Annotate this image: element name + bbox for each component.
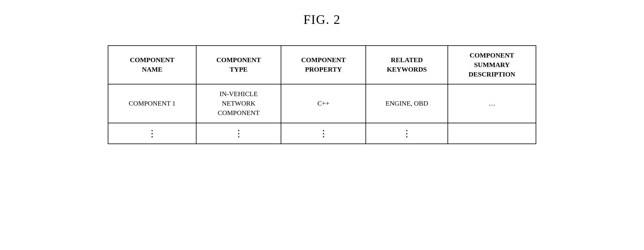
table-row-dots: ⋮ ⋮ ⋮ ⋮ — [108, 123, 536, 144]
cell-component-summary-dots — [448, 123, 536, 144]
cell-related-keywords-dots: ⋮ — [366, 123, 448, 144]
cell-component-type-1: IN-VEHICLENETWORKCOMPONENT — [196, 84, 281, 123]
figure-title: FIG. 2 — [303, 12, 341, 27]
cell-component-name-1: COMPONENT 1 — [108, 84, 196, 123]
cell-component-summary-1: … — [448, 84, 536, 123]
header-row: COMPONENTNAME COMPONENTTYPE COMPONENTPRO… — [108, 46, 536, 84]
header-component-type: COMPONENTTYPE — [196, 46, 281, 84]
cell-component-property-1: C++ — [281, 84, 366, 123]
header-component-name: COMPONENTNAME — [108, 46, 196, 84]
header-related-keywords: RELATEDKEYWORDS — [366, 46, 448, 84]
cell-component-type-dots: ⋮ — [196, 123, 281, 144]
cell-component-property-dots: ⋮ — [281, 123, 366, 144]
header-component-property: COMPONENTPROPERTY — [281, 46, 366, 84]
cell-related-keywords-1: ENGINE, OBD — [366, 84, 448, 123]
header-component-summary: COMPONENTSUMMARYDESCRIPTION — [448, 46, 536, 84]
table-row: COMPONENT 1 IN-VEHICLENETWORKCOMPONENT C… — [108, 84, 536, 123]
data-table: COMPONENTNAME COMPONENTTYPE COMPONENTPRO… — [108, 45, 536, 144]
table-container: COMPONENTNAME COMPONENTTYPE COMPONENTPRO… — [108, 45, 536, 144]
cell-component-name-dots: ⋮ — [108, 123, 196, 144]
